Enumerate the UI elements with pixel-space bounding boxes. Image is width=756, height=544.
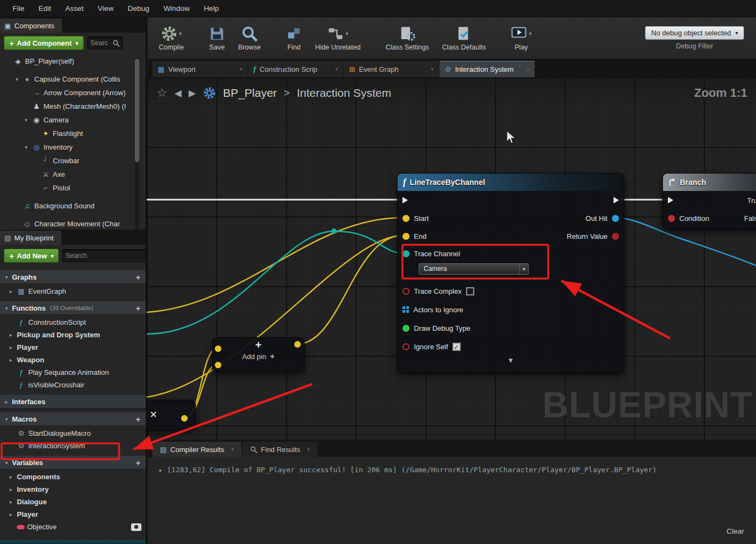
- component-item-inventory[interactable]: ▾◎Inventory: [0, 140, 147, 154]
- component-item-flashlight[interactable]: ✦Flashlight: [0, 127, 147, 140]
- expander-icon[interactable]: ▸: [3, 399, 10, 405]
- actors-to-ignore-pin[interactable]: [402, 306, 409, 313]
- exec-out-pin[interactable]: [614, 197, 619, 203]
- components-scrollbar[interactable]: [135, 57, 139, 242]
- ignore-self-checkbox[interactable]: ✓: [453, 343, 461, 351]
- menu-item-help[interactable]: Help: [197, 0, 226, 17]
- add-functions-button[interactable]: +: [134, 304, 142, 313]
- expander-icon[interactable]: ▸: [8, 511, 14, 517]
- blueprint-item-inventory[interactable]: ▸Inventory: [0, 483, 147, 496]
- component-item-crowbar[interactable]: ╯Crowbar: [0, 154, 147, 168]
- compile-button[interactable]: ▾ Compile: [153, 23, 189, 53]
- menu-item-file[interactable]: File: [5, 0, 32, 17]
- expander-icon[interactable]: ▾: [3, 305, 10, 311]
- tab-viewport[interactable]: ▦ Viewport ▾: [152, 61, 248, 77]
- menu-item-window[interactable]: Window: [157, 0, 197, 17]
- component-item-axe[interactable]: ⚔Axe: [0, 168, 147, 181]
- debug-object-select[interactable]: No debug object selected ▾: [645, 26, 744, 40]
- expander-icon[interactable]: ▾: [3, 416, 10, 422]
- my-blueprint-search-input[interactable]: [65, 252, 147, 259]
- blueprint-item-dialogue[interactable]: ▸Dialogue: [0, 496, 147, 508]
- blueprint-item-isvisiblecrosshair[interactable]: ƒisVisibleCrosshair: [0, 379, 147, 391]
- blueprint-item-player[interactable]: ▸Player: [0, 341, 147, 354]
- component-item-character-movement-char[interactable]: ◇Character Movement (Char: [0, 217, 147, 231]
- component-item-capsule-component-collis[interactable]: ▾●Capsule Component (Collis: [0, 72, 147, 86]
- add-new-button[interactable]: + Add New ▾: [4, 249, 59, 263]
- expander-icon[interactable]: ▾: [3, 460, 10, 466]
- forward-arrow-icon[interactable]: ▶: [189, 88, 196, 99]
- tab-interaction-system[interactable]: ⚙ Interaction System ▾: [439, 61, 535, 77]
- component-item-background-sound[interactable]: ♫Background Sound: [0, 199, 147, 213]
- exec-in-pin[interactable]: [668, 197, 673, 203]
- return-value-pin[interactable]: [612, 233, 619, 240]
- clear-button[interactable]: Clear: [727, 527, 744, 535]
- play-button[interactable]: ▾ Play: [505, 23, 537, 53]
- section-header-graphs[interactable]: ▾Graphs+: [0, 270, 147, 284]
- add-component-button[interactable]: + Add Component ▾: [4, 36, 84, 50]
- chevron-down-icon[interactable]: ▾: [529, 30, 531, 36]
- blueprint-item-components[interactable]: ▸Components: [0, 471, 147, 483]
- component-item-mesh-charactermesh0-i[interactable]: ♟Mesh (CharacterMesh0) (I: [0, 100, 147, 113]
- class-settings-button[interactable]: Class Settings: [380, 23, 435, 53]
- trace-complex-pin[interactable]: [402, 288, 410, 295]
- chevron-down-icon[interactable]: ▾: [345, 30, 348, 36]
- tab-compiler-results[interactable]: ▤ Compiler Results ▾: [152, 442, 241, 457]
- expander-icon[interactable]: ▸: [8, 288, 14, 294]
- trace-complex-checkbox[interactable]: [466, 287, 474, 295]
- add-pin-plus-icon[interactable]: +: [213, 338, 304, 352]
- tab-my-blueprint[interactable]: ▤ My Blueprint: [0, 231, 61, 245]
- expander-icon[interactable]: ▾: [3, 274, 10, 280]
- output-pin[interactable]: [294, 341, 301, 348]
- back-arrow-icon[interactable]: ◀: [175, 88, 182, 99]
- blueprint-item-startdialoguemacro[interactable]: ⚙StartDialogueMacro: [0, 427, 147, 440]
- tab-components[interactable]: ▣ Components: [0, 18, 62, 33]
- favorite-star-icon[interactable]: ☆: [157, 86, 168, 100]
- node-linetracebychannel[interactable]: f LineTraceByChannel Start Out Hit End R: [397, 173, 624, 373]
- trace-channel-dropdown[interactable]: Camera ▾: [419, 263, 529, 275]
- expander-icon[interactable]: ▾: [23, 144, 29, 150]
- blueprint-item-player[interactable]: ▸Player: [0, 508, 147, 521]
- add-pin-button[interactable]: +: [270, 352, 274, 361]
- breadcrumb-asset[interactable]: BP_Player: [223, 86, 277, 100]
- add-variables-button[interactable]: +: [134, 458, 142, 467]
- trace-channel-pin[interactable]: [402, 250, 410, 257]
- tab-find-results[interactable]: Find Results ▾: [243, 442, 318, 457]
- blueprint-item-interactionsystem[interactable]: ⚙InteractionSystem: [0, 440, 147, 452]
- expander-icon[interactable]: ▾: [23, 117, 29, 123]
- save-button[interactable]: Save: [203, 23, 231, 53]
- chevron-down-icon[interactable]: ▾: [179, 30, 182, 36]
- node-partial[interactable]: ✕: [147, 400, 196, 430]
- add-graphs-button[interactable]: +: [134, 273, 142, 282]
- graph-canvas[interactable]: BLUEPRINT ☆ ◀ ▶ BP_Player > Interaction …: [147, 77, 756, 440]
- component-item-pistol[interactable]: ⌐Pistol: [0, 181, 147, 195]
- section-header-functions[interactable]: ▾Functions(39 Overridable)+: [0, 301, 147, 315]
- component-item-camera[interactable]: ▾◉Camera: [0, 113, 147, 127]
- blueprint-item-pickup-and-drop-system[interactable]: ▸Pickup and Drop System: [0, 329, 147, 341]
- expander-icon[interactable]: ▸: [8, 344, 14, 350]
- component-item-bp-player-self[interactable]: ◈BP_Player(self): [0, 54, 147, 68]
- tab-event-graph[interactable]: ⊞ Event Graph ▾: [344, 61, 439, 77]
- class-defaults-button[interactable]: Class Defaults: [437, 23, 492, 53]
- expander-icon[interactable]: ▸: [8, 357, 14, 363]
- breadcrumb-page[interactable]: Interaction System: [297, 86, 392, 100]
- menu-item-asset[interactable]: Asset: [58, 0, 91, 17]
- ignore-self-pin[interactable]: [402, 343, 410, 350]
- end-pin[interactable]: [402, 233, 410, 240]
- expander-icon[interactable]: ▸: [8, 474, 14, 480]
- expander-icon[interactable]: ▸: [8, 499, 14, 505]
- tab-construction-script[interactable]: f Construction Scrip ▾: [248, 61, 344, 77]
- add-macros-button[interactable]: +: [134, 415, 142, 424]
- components-search-input[interactable]: [90, 39, 110, 47]
- browse-button[interactable]: Browse: [233, 23, 267, 53]
- visibility-toggle[interactable]: [131, 523, 141, 531]
- blueprint-item-eventgraph[interactable]: ▸▦EventGraph: [0, 285, 147, 298]
- find-button[interactable]: Find: [281, 23, 308, 53]
- blueprint-item-constructionscript[interactable]: ƒConstructionScript: [0, 316, 147, 329]
- expander-icon[interactable]: ▾: [14, 76, 20, 82]
- output-pin[interactable]: [181, 415, 188, 422]
- blueprint-item-objective[interactable]: Objective: [0, 521, 147, 533]
- section-header-macros[interactable]: ▾Macros+: [0, 412, 147, 426]
- input-pin[interactable]: [215, 362, 221, 368]
- input-pin[interactable]: [215, 345, 221, 352]
- component-item-arrow-component-arrow[interactable]: →Arrow Component (Arrow): [0, 86, 147, 100]
